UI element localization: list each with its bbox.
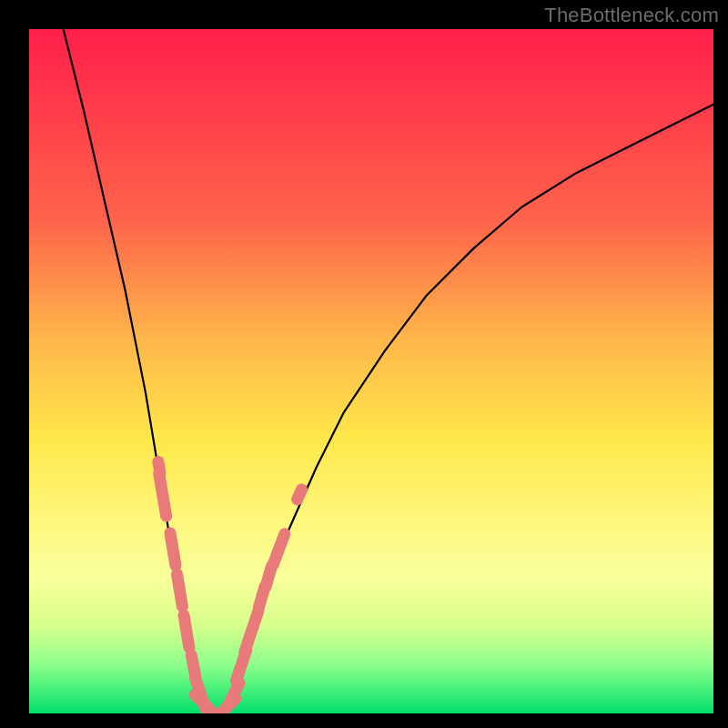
data-point-marker <box>177 574 183 607</box>
bottleneck-curve <box>64 29 713 713</box>
data-point-marker <box>245 611 258 652</box>
watermark-text: TheBottleneck.com <box>544 4 719 27</box>
data-point-marker <box>298 490 302 500</box>
chart-frame: TheBottleneck.com <box>0 0 728 728</box>
data-point-marker <box>170 533 176 566</box>
curve-layer <box>29 29 713 713</box>
data-point-marker <box>159 473 167 516</box>
plot-area <box>29 29 713 713</box>
data-point-marker <box>184 615 189 648</box>
data-point-marker <box>273 534 285 565</box>
